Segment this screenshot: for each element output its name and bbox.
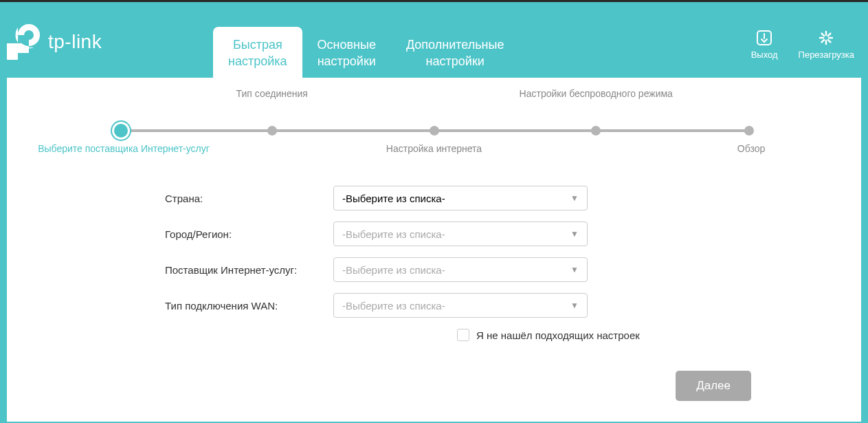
tab-quick-setup[interactable]: Быстрая настройка: [213, 27, 302, 78]
caret-down-icon: ▼: [570, 193, 579, 203]
main-tabs: Быстрая настройка Основные настройки Доп…: [213, 27, 519, 78]
next-button[interactable]: Далее: [676, 371, 751, 401]
caret-down-icon: ▼: [570, 229, 579, 239]
step-dot-active: [114, 124, 128, 138]
tab-label-line1: Быстрая: [233, 38, 282, 52]
step-dot: [591, 126, 601, 135]
step-internet: Настройка интернета: [353, 105, 515, 138]
isp-form: Страна: -Выберите из списка- ▼ Город/Рег…: [165, 186, 827, 341]
not-found-row: Я не нашёл подходящих настроек: [457, 329, 827, 341]
step-isp: Выберите поставщика Интернет-услуг: [110, 105, 191, 138]
brand-name: tp-link: [48, 31, 102, 53]
header-actions: Выход Перезагрузка: [751, 30, 854, 60]
select-value: -Выберите из списка-: [342, 228, 445, 240]
not-found-checkbox[interactable]: [457, 329, 469, 341]
row-country: Страна: -Выберите из списка- ▼: [165, 186, 827, 210]
reboot-icon: [817, 30, 835, 46]
tab-label-line2: настройки: [318, 54, 376, 68]
step-dot: [744, 126, 754, 135]
header: tp-link Быстрая настройка Основные настр…: [0, 2, 868, 78]
logout-label: Выход: [751, 50, 778, 60]
country-select[interactable]: -Выберите из списка- ▼: [333, 186, 588, 210]
select-value: -Выберите из списка-: [342, 264, 445, 276]
svg-line-13: [822, 34, 825, 36]
logout-icon: [755, 30, 773, 46]
tab-label-line1: Основные: [318, 38, 376, 52]
step-dot: [267, 126, 277, 135]
svg-line-16: [828, 34, 831, 36]
isp-label: Поставщик Интернет-услуг:: [165, 264, 333, 276]
logout-button[interactable]: Выход: [751, 30, 778, 60]
brand-logo: tp-link: [7, 23, 102, 61]
tab-basic[interactable]: Основные настройки: [302, 27, 391, 78]
step-label: Выберите поставщика Интернет-услуг: [27, 143, 220, 154]
step-label: Обзор: [724, 143, 779, 154]
tab-advanced[interactable]: Дополнительные настройки: [391, 27, 520, 78]
tplink-logo-icon: [7, 23, 41, 61]
wizard-steps: Выберите поставщика Интернет-услуг Тип с…: [110, 105, 758, 138]
step-wireless: Настройки беспроводного режима: [515, 105, 677, 138]
select-value: -Выберите из списка-: [342, 300, 445, 312]
region-label: Город/Регион:: [165, 228, 333, 240]
region-select[interactable]: -Выберите из списка- ▼: [333, 221, 588, 246]
tab-label-line2: настройка: [228, 54, 287, 68]
content-panel: Выберите поставщика Интернет-услуг Тип с…: [7, 78, 861, 422]
wan-label: Тип подключения WAN:: [165, 300, 333, 312]
wan-select[interactable]: -Выберите из списка- ▼: [333, 293, 588, 318]
select-value: -Выберите из списка-: [342, 193, 445, 204]
row-isp: Поставщик Интернет-услуг: -Выберите из с…: [165, 257, 827, 282]
reboot-button[interactable]: Перезагрузка: [799, 30, 854, 60]
caret-down-icon: ▼: [570, 301, 579, 310]
reboot-label: Перезагрузка: [799, 50, 854, 60]
step-label: Настройки беспроводного режима: [515, 88, 677, 99]
step-dot: [430, 126, 439, 135]
row-wan: Тип подключения WAN: -Выберите из списка…: [165, 293, 827, 318]
tab-label-line1: Дополнительные: [406, 38, 504, 52]
step-summary: Обзор: [677, 105, 758, 138]
step-conn-type: Тип соединения: [191, 105, 353, 138]
svg-line-14: [828, 40, 831, 43]
step-label: Настройка интернета: [353, 143, 515, 154]
not-found-label: Я не нашёл подходящих настроек: [476, 329, 640, 341]
country-label: Страна:: [165, 193, 333, 204]
row-region: Город/Регион: -Выберите из списка- ▼: [165, 221, 827, 246]
svg-line-15: [822, 40, 825, 43]
step-label: Тип соединения: [191, 88, 353, 99]
isp-select[interactable]: -Выберите из списка- ▼: [333, 257, 588, 282]
caret-down-icon: ▼: [570, 265, 579, 274]
tab-label-line2: настройки: [426, 54, 485, 68]
